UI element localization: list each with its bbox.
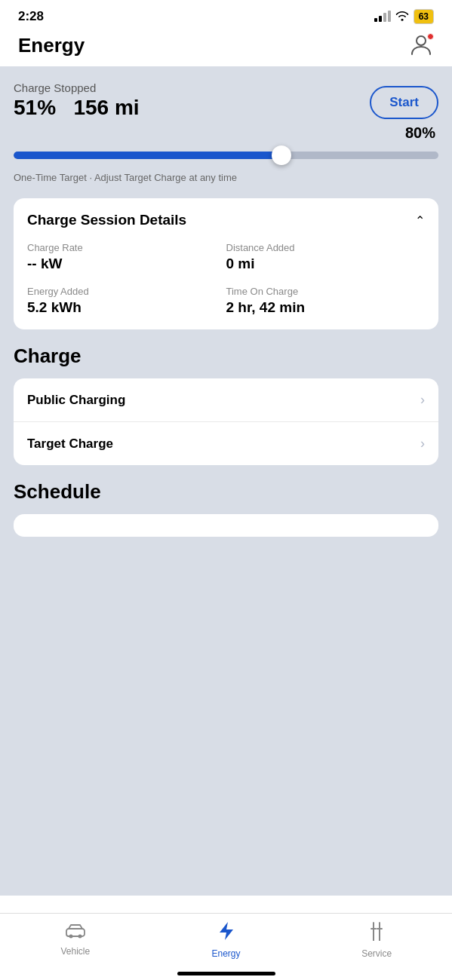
charge-status-header: Charge Stopped 51% 156 mi Start — [14, 81, 438, 120]
schedule-card-partial — [14, 514, 438, 537]
profile-button[interactable] — [410, 33, 434, 57]
chevron-right-icon: › — [420, 392, 425, 408]
energy-added-value: 5.2 kWh — [27, 299, 226, 316]
svg-point-2 — [69, 935, 72, 939]
charge-slider[interactable] — [14, 145, 438, 166]
charge-detail-time-on-charge: Time On Charge 2 hr, 42 min — [226, 286, 426, 316]
app-header: Energy — [0, 30, 452, 66]
charge-status-info: Charge Stopped 51% 156 mi — [14, 81, 140, 120]
tab-service[interactable]: Service — [301, 921, 452, 959]
status-icons: 63 — [374, 9, 434, 24]
svg-point-0 — [417, 36, 426, 45]
target-charge-item[interactable]: Target Charge › — [14, 421, 438, 465]
charge-thumb[interactable] — [272, 145, 291, 165]
charge-target-pct: 80% — [14, 124, 438, 142]
distance-added-value: 0 mi — [226, 256, 426, 272]
energy-tab-icon — [218, 921, 235, 945]
battery-indicator: 63 — [414, 9, 434, 24]
chevron-right-icon-2: › — [420, 436, 425, 452]
charge-detail-distance-added: Distance Added 0 mi — [226, 242, 426, 272]
charge-session-details-title: Charge Session Details — [27, 212, 186, 228]
chevron-up-icon[interactable]: ⌃ — [415, 213, 425, 228]
start-button[interactable]: Start — [370, 86, 438, 119]
charge-details-grid: Charge Rate -- kW Distance Added 0 mi En… — [27, 242, 425, 316]
charge-section-heading: Charge — [14, 345, 438, 368]
charge-track — [14, 152, 438, 159]
charge-detail-charge-rate: Charge Rate -- kW — [27, 242, 226, 272]
charge-fill — [14, 152, 281, 159]
tab-vehicle[interactable]: Vehicle — [0, 923, 151, 957]
wifi-icon — [395, 11, 409, 23]
charge-percentage: 51% — [14, 96, 56, 119]
charge-target-hint: One-Time Target · Adjust Target Charge a… — [14, 172, 438, 183]
signal-icon — [374, 11, 391, 22]
charge-session-details-header[interactable]: Charge Session Details ⌃ — [27, 212, 425, 228]
energy-tab-label: Energy — [211, 948, 240, 959]
schedule-section-heading: Schedule — [14, 480, 438, 504]
tab-energy[interactable]: Energy — [151, 921, 302, 959]
vehicle-tab-label: Vehicle — [60, 946, 90, 957]
target-charge-label: Target Charge — [27, 436, 113, 452]
charge-stopped-label: Charge Stopped — [14, 81, 140, 94]
charge-rate-label: Charge Rate — [27, 242, 226, 253]
charge-session-details-card: Charge Session Details ⌃ Charge Rate -- … — [14, 198, 438, 329]
public-charging-item[interactable]: Public Charging › — [14, 378, 438, 421]
svg-rect-1 — [66, 929, 85, 936]
charge-stats: 51% 156 mi — [14, 96, 140, 120]
energy-added-label: Energy Added — [27, 286, 226, 297]
vehicle-tab-icon — [66, 923, 85, 943]
charge-section: Charge Public Charging › Target Charge › — [14, 345, 438, 465]
svg-point-3 — [78, 935, 81, 939]
page-title: Energy — [18, 34, 85, 57]
service-tab-icon — [367, 921, 386, 945]
charge-rate-value: -- kW — [27, 256, 226, 272]
charge-detail-energy-added: Energy Added 5.2 kWh — [27, 286, 226, 316]
public-charging-label: Public Charging — [27, 393, 125, 408]
distance-added-label: Distance Added — [226, 242, 426, 253]
main-content: Charge Stopped 51% 156 mi Start 80% One-… — [0, 66, 452, 896]
charge-menu-card: Public Charging › Target Charge › — [14, 378, 438, 465]
status-bar: 2:28 63 — [0, 0, 452, 30]
status-time: 2:28 — [18, 9, 44, 24]
time-on-charge-value: 2 hr, 42 min — [226, 299, 426, 316]
schedule-section: Schedule — [14, 480, 438, 612]
tab-bar: Vehicle Energy Service — [0, 913, 452, 980]
service-tab-label: Service — [361, 948, 392, 959]
notification-dot — [427, 33, 434, 40]
time-on-charge-label: Time On Charge — [226, 286, 426, 297]
charge-range: 156 mi — [73, 96, 139, 119]
charge-status-card: Charge Stopped 51% 156 mi Start 80% One-… — [14, 81, 438, 183]
home-indicator — [177, 972, 275, 975]
